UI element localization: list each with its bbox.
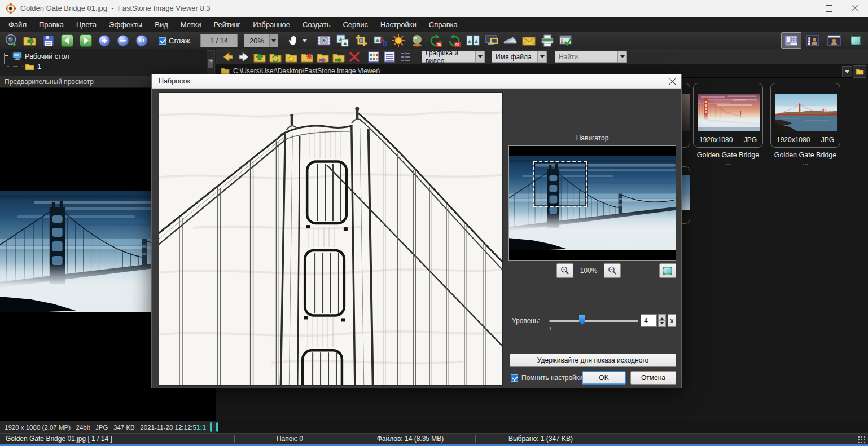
previous-image-button[interactable] — [60, 33, 74, 48]
sort-select[interactable]: Имя файла — [492, 51, 547, 63]
forward-button[interactable] — [238, 51, 250, 63]
crop-button[interactable] — [354, 33, 369, 48]
move-to-folder-button[interactable] — [317, 51, 329, 63]
browse-folder-button[interactable] — [853, 65, 866, 78]
level-slider-track[interactable] — [549, 320, 638, 322]
screen-capture-button[interactable] — [484, 33, 499, 48]
tree-item-folder-1[interactable]: 1 — [37, 63, 41, 70]
back-button[interactable] — [222, 51, 234, 63]
hand-dropdown-icon[interactable] — [303, 39, 307, 45]
tree-scrollbar[interactable] — [207, 50, 215, 75]
adjust-colors-button[interactable] — [410, 33, 424, 48]
smooth-checkbox[interactable] — [159, 37, 166, 45]
menu-colors[interactable]: Цвета — [70, 17, 103, 32]
favorites-folder-button[interactable] — [285, 51, 297, 63]
thumbnail-image-1[interactable] — [698, 94, 760, 131]
filter-dropdown-icon[interactable] — [476, 51, 485, 63]
folder-up-button[interactable] — [253, 51, 266, 63]
details-view-button[interactable] — [399, 51, 411, 63]
menu-view[interactable]: Вид — [148, 17, 174, 32]
zoom-in-button[interactable] — [97, 33, 112, 48]
spinner-down-button[interactable] — [659, 321, 665, 326]
thumbnail-cell-2[interactable]: 1920x1080 JPG — [770, 83, 840, 148]
open-folder-button[interactable] — [23, 33, 37, 48]
view-thumbstrip-button[interactable] — [803, 32, 823, 49]
sketch-preview[interactable] — [159, 92, 503, 386]
maximize-button[interactable] — [816, 0, 842, 16]
navigator-zoom-out-button[interactable] — [604, 263, 621, 278]
rename-button[interactable]: A B — [372, 33, 387, 48]
menu-edit[interactable]: Правка — [33, 17, 70, 32]
level-slider-thumb[interactable] — [579, 315, 585, 325]
view-browser-button[interactable] — [781, 32, 801, 49]
resize-grip[interactable] — [858, 436, 866, 443]
navigator-selection-rect[interactable] — [533, 161, 587, 207]
navigator-zoom-in-button[interactable] — [556, 263, 573, 278]
capture-button[interactable] — [4, 33, 19, 48]
hold-to-show-original-button[interactable]: Удерживайте для показа исходного — [510, 354, 676, 367]
rotate-right-button[interactable]: 90 — [447, 33, 462, 48]
dialog-title-bar[interactable]: Набросок — [152, 74, 681, 89]
search-dropdown-icon[interactable] — [618, 51, 627, 63]
minimize-button[interactable] — [790, 0, 816, 16]
path-dropdown-button[interactable] — [842, 66, 852, 77]
level-spinner[interactable] — [658, 314, 666, 327]
menu-file[interactable]: Файл — [2, 17, 33, 32]
fit-window-icon[interactable] — [216, 422, 218, 432]
copy-to-folder-button[interactable] — [332, 51, 345, 63]
view-fullscreen-button[interactable] — [845, 32, 866, 49]
zoom-select[interactable]: 20% — [244, 34, 278, 47]
new-folder-button[interactable] — [301, 51, 313, 63]
refresh-folder-button[interactable] — [269, 51, 282, 63]
compare-button[interactable] — [466, 33, 480, 48]
menu-help[interactable]: Справка — [423, 17, 464, 32]
search-input[interactable]: Найти — [555, 51, 618, 63]
navigator-box[interactable] — [508, 145, 676, 261]
thumbnail-image-2[interactable] — [775, 94, 837, 131]
menu-favorites[interactable]: Избранное — [247, 17, 296, 32]
remember-settings-checkbox[interactable] — [511, 374, 518, 382]
menu-create[interactable]: Создать — [296, 17, 336, 32]
thumbnail-filename-2[interactable]: Golden Gate Bridge ... — [770, 151, 840, 167]
spinner-up-button[interactable] — [659, 315, 665, 321]
settings-check-button[interactable] — [559, 33, 573, 48]
thumbnail-cell-1[interactable]: 1920x1080 JPG — [693, 83, 763, 148]
thumbnails-view-button[interactable] — [367, 51, 380, 63]
menu-settings[interactable]: Настройки — [374, 17, 423, 32]
tree-item-desktop[interactable]: Рабочий стол — [25, 52, 69, 60]
thumbnail-filename-1[interactable]: Golden Gate Bridge ... — [693, 151, 763, 167]
menu-rating[interactable]: Рейтинг — [207, 17, 247, 32]
sort-dropdown-icon[interactable] — [538, 51, 547, 63]
slideshow-button[interactable] — [317, 33, 331, 48]
view-windowed-button[interactable] — [824, 32, 844, 49]
fit-image-button[interactable] — [659, 263, 676, 278]
scroll-down-icon[interactable] — [209, 63, 213, 73]
actual-size-button[interactable]: 1:1 — [134, 33, 149, 48]
next-image-button[interactable] — [78, 33, 93, 48]
menu-tools[interactable]: Сервис — [336, 17, 374, 32]
zoom-out-button[interactable] — [116, 33, 130, 48]
level-value-input[interactable]: 4 — [641, 314, 657, 327]
remember-settings-option[interactable]: Помнить настройки — [511, 371, 583, 385]
smooth-option[interactable]: Сглаж. — [159, 37, 192, 45]
actual-pixels-icon[interactable] — [210, 422, 212, 432]
print-button[interactable] — [540, 33, 555, 48]
ok-button[interactable]: OK — [582, 371, 626, 385]
list-view-button[interactable] — [383, 51, 396, 63]
tree-expander-icon[interactable] — [4, 53, 5, 64]
file-filter-select[interactable]: Графика и видео — [422, 51, 485, 63]
close-button[interactable] — [842, 0, 868, 16]
email-button[interactable] — [521, 33, 536, 48]
resize-button[interactable] — [335, 33, 350, 48]
level-multiplier-button[interactable]: x — [668, 314, 676, 327]
hand-tool[interactable] — [287, 33, 307, 48]
dialog-close-button[interactable] — [669, 78, 676, 85]
save-button[interactable] — [41, 33, 56, 48]
rotate-left-button[interactable]: 90 — [428, 33, 443, 48]
brightness-button[interactable] — [391, 33, 406, 48]
cancel-button[interactable]: Отмена — [630, 371, 676, 385]
menu-effects[interactable]: Эффекты — [103, 17, 148, 32]
scan-button[interactable] — [503, 33, 518, 48]
delete-button[interactable] — [348, 51, 361, 63]
menu-tags[interactable]: Метки — [174, 17, 208, 32]
